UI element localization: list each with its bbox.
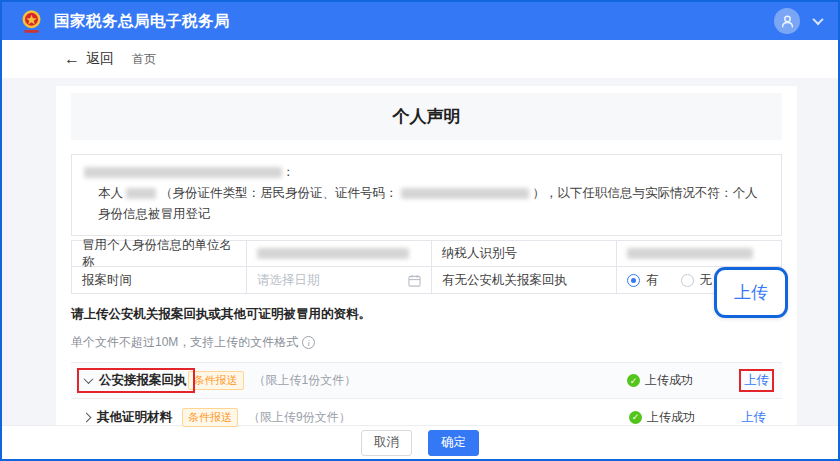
person-icon bbox=[780, 14, 795, 29]
recipient-colon: ： bbox=[282, 165, 295, 179]
declaration-panel: 个人声明 ： 本人 （身份证件类型：居民身份证、证件号码： ），以下任职信息与实… bbox=[56, 86, 797, 425]
form-table: 冒用个人身份信息的单位名称 纳税人识别号 报案时间 请选择日期 有无公安机关报案… bbox=[71, 240, 782, 294]
magnified-upload-label: 上传 bbox=[734, 281, 768, 304]
conditional-submit-badge: 条件报送 bbox=[182, 408, 238, 427]
page-title: 个人声明 bbox=[393, 105, 461, 128]
upload-format-hint: 单个文件不超过10M，支持上传的文件格式 i bbox=[71, 334, 782, 351]
back-arrow-icon: ← bbox=[64, 50, 80, 68]
radio-yes[interactable]: 有 bbox=[627, 272, 659, 289]
chevron-down-icon[interactable] bbox=[84, 374, 94, 384]
home-link[interactable]: 首页 bbox=[132, 51, 156, 68]
chevron-down-icon[interactable] bbox=[812, 14, 823, 25]
upload-item-police-receipt: 公安接报案回执 条件报送 （限上传1份文件） ✓ 上传成功 上传 bbox=[71, 362, 782, 399]
other-materials-header[interactable]: 其他证明材料 bbox=[77, 407, 178, 428]
upload-status: ✓ 上传成功 bbox=[627, 372, 693, 389]
declaration-statement-line: 本人 （身份证件类型：居民身份证、证件号码： ），以下任职信息与实际情况不符：个… bbox=[84, 183, 769, 225]
report-time-label: 报案时间 bbox=[72, 267, 247, 293]
receipt-question-label: 有无公安机关报案回执 bbox=[432, 267, 617, 293]
decl-mid: （身份证件类型：居民身份证、证件号码： bbox=[160, 186, 398, 200]
upload-instruction: 请上传公安机关报案回执或其他可证明被冒用的资料。 bbox=[71, 306, 782, 323]
footer-bar: 取消 确定 bbox=[2, 425, 838, 459]
upload-status-text: 上传成功 bbox=[645, 372, 693, 389]
upload-status: ✓ 上传成功 bbox=[629, 409, 695, 426]
radio-no-label: 无 bbox=[700, 272, 713, 289]
upload-item-title[interactable]: 公安接报案回执 bbox=[99, 372, 187, 389]
declaration-text-box: ： 本人 （身份证件类型：居民身份证、证件号码： ），以下任职信息与实际情况不符… bbox=[71, 154, 782, 236]
taxpayer-id-value bbox=[617, 241, 781, 267]
back-button[interactable]: ← 返回 bbox=[64, 50, 114, 68]
receipt-radio-group: 有 无 bbox=[627, 272, 712, 289]
header-actions bbox=[774, 8, 822, 34]
radio-no-dot-icon bbox=[681, 274, 694, 287]
report-date-input[interactable]: 请选择日期 bbox=[247, 267, 432, 293]
chevron-right-icon[interactable] bbox=[82, 412, 92, 422]
police-receipt-header-annotated[interactable]: 公安接报案回执 bbox=[77, 368, 195, 393]
conditional-submit-badge: 条件报送 bbox=[188, 371, 244, 390]
redacted-id-number bbox=[401, 188, 529, 199]
upload-limit-text: （限上传9份文件） bbox=[248, 409, 351, 426]
unit-name-label: 冒用个人身份信息的单位名称 bbox=[72, 241, 247, 267]
radio-yes-label: 有 bbox=[646, 272, 659, 289]
upload-status-text: 上传成功 bbox=[647, 409, 695, 426]
redacted-recipient bbox=[84, 167, 282, 178]
user-avatar[interactable] bbox=[774, 8, 800, 34]
calendar-icon[interactable] bbox=[408, 274, 421, 287]
unit-name-value bbox=[247, 241, 432, 267]
upload-item-title[interactable]: 其他证明材料 bbox=[97, 409, 172, 426]
upload-link-other-materials[interactable]: 上传 bbox=[741, 409, 766, 426]
radio-yes-dot-icon bbox=[627, 274, 640, 287]
redacted-unit-name bbox=[257, 248, 409, 259]
success-check-icon: ✓ bbox=[627, 374, 640, 387]
redacted-name bbox=[126, 188, 156, 199]
redacted-taxpayer-id bbox=[627, 248, 753, 259]
app-header: 国家税务总局电子税务局 bbox=[2, 2, 838, 40]
upload-limit-text: （限上传1份文件） bbox=[254, 372, 357, 389]
taxpayer-id-label: 纳税人识别号 bbox=[432, 241, 617, 267]
confirm-button[interactable]: 确定 bbox=[428, 430, 479, 456]
app-title: 国家税务总局电子税务局 bbox=[54, 11, 230, 32]
decl-prefix: 本人 bbox=[98, 186, 123, 200]
sub-toolbar: ← 返回 首页 bbox=[2, 40, 838, 78]
back-label: 返回 bbox=[86, 50, 114, 68]
date-placeholder: 请选择日期 bbox=[257, 272, 320, 289]
upload-link-police-receipt-annotated[interactable]: 上传 bbox=[739, 369, 774, 392]
upload-magnifier-callout[interactable]: 上传 bbox=[714, 267, 788, 318]
format-hint-text: 单个文件不超过10M，支持上传的文件格式 bbox=[71, 334, 298, 351]
tax-bureau-emblem-icon bbox=[18, 8, 45, 35]
title-bar: 个人声明 bbox=[71, 93, 782, 140]
app-window: 国家税务总局电子税务局 ← 返回 首页 个人声明 bbox=[0, 0, 840, 461]
radio-no[interactable]: 无 bbox=[681, 272, 713, 289]
info-icon[interactable]: i bbox=[302, 336, 315, 349]
page-background: 个人声明 ： 本人 （身份证件类型：居民身份证、证件号码： ），以下任职信息与实… bbox=[2, 78, 838, 425]
declaration-recipient-line: ： bbox=[84, 162, 769, 183]
success-check-icon: ✓ bbox=[629, 411, 642, 424]
cancel-button[interactable]: 取消 bbox=[361, 430, 412, 456]
